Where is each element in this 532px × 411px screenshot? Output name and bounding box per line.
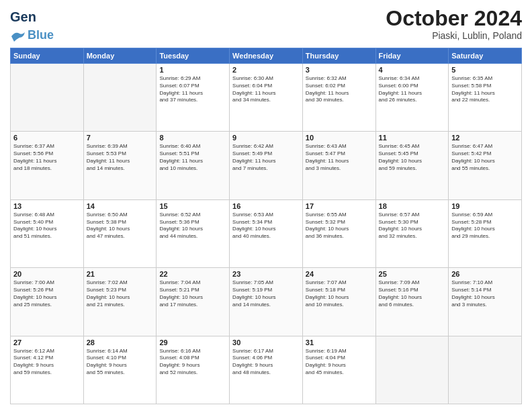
calendar-cell: 30Sunrise: 6:17 AM Sunset: 4:06 PM Dayli… — [230, 336, 303, 404]
day-detail: Sunrise: 6:19 AM Sunset: 4:04 PM Dayligh… — [306, 348, 373, 377]
calendar-cell: 6Sunrise: 6:37 AM Sunset: 5:56 PM Daylig… — [11, 132, 84, 199]
day-number: 8 — [159, 134, 226, 142]
day-detail: Sunrise: 6:30 AM Sunset: 6:04 PM Dayligh… — [232, 75, 300, 104]
calendar-cell: 4Sunrise: 6:34 AM Sunset: 6:00 PM Daylig… — [375, 64, 449, 132]
calendar-cell — [11, 64, 84, 132]
calendar-cell: 21Sunrise: 7:02 AM Sunset: 5:23 PM Dayli… — [83, 268, 157, 336]
calendar-cell: 18Sunrise: 6:57 AM Sunset: 5:30 PM Dayli… — [375, 199, 449, 267]
calendar-cell: 31Sunrise: 6:19 AM Sunset: 4:04 PM Dayli… — [302, 336, 375, 404]
day-detail: Sunrise: 6:35 AM Sunset: 5:58 PM Dayligh… — [451, 75, 519, 104]
calendar-cell: 2Sunrise: 6:30 AM Sunset: 6:04 PM Daylig… — [230, 64, 303, 132]
day-number: 13 — [13, 202, 81, 210]
day-number: 18 — [379, 202, 446, 210]
day-detail: Sunrise: 6:34 AM Sunset: 6:00 PM Dayligh… — [379, 75, 446, 104]
calendar-cell: 1Sunrise: 6:29 AM Sunset: 6:07 PM Daylig… — [157, 64, 230, 132]
day-number: 21 — [87, 270, 154, 278]
calendar-week-row: 6Sunrise: 6:37 AM Sunset: 5:56 PM Daylig… — [11, 132, 522, 199]
day-number: 9 — [232, 134, 300, 142]
calendar-cell: 22Sunrise: 7:04 AM Sunset: 5:21 PM Dayli… — [157, 268, 230, 336]
calendar-cell: 14Sunrise: 6:50 AM Sunset: 5:38 PM Dayli… — [83, 199, 157, 267]
day-detail: Sunrise: 6:40 AM Sunset: 5:51 PM Dayligh… — [159, 143, 226, 172]
day-detail: Sunrise: 6:39 AM Sunset: 5:53 PM Dayligh… — [87, 143, 154, 172]
day-detail: Sunrise: 6:53 AM Sunset: 5:34 PM Dayligh… — [232, 212, 300, 240]
calendar-cell: 26Sunrise: 7:10 AM Sunset: 5:14 PM Dayli… — [449, 268, 522, 336]
month-title: October 2024 — [386, 7, 522, 30]
calendar-cell: 10Sunrise: 6:43 AM Sunset: 5:47 PM Dayli… — [302, 132, 375, 199]
calendar-cell: 8Sunrise: 6:40 AM Sunset: 5:51 PM Daylig… — [157, 132, 230, 199]
day-number: 22 — [159, 270, 226, 278]
calendar-week-row: 1Sunrise: 6:29 AM Sunset: 6:07 PM Daylig… — [11, 64, 522, 132]
day-number: 14 — [87, 202, 154, 210]
weekday-header: Friday — [375, 48, 449, 64]
day-detail: Sunrise: 6:57 AM Sunset: 5:30 PM Dayligh… — [379, 212, 446, 240]
logo-icon: General — [10, 7, 36, 28]
calendar-cell: 23Sunrise: 7:05 AM Sunset: 5:19 PM Dayli… — [230, 268, 303, 336]
month-info: October 2024 Piaski, Lublin, Poland — [386, 7, 522, 41]
day-detail: Sunrise: 7:00 AM Sunset: 5:26 PM Dayligh… — [13, 279, 81, 308]
calendar-week-row: 20Sunrise: 7:00 AM Sunset: 5:26 PM Dayli… — [11, 268, 522, 336]
calendar-table: SundayMondayTuesdayWednesdayThursdayFrid… — [10, 48, 522, 404]
day-number: 2 — [232, 66, 300, 74]
calendar-cell: 7Sunrise: 6:39 AM Sunset: 5:53 PM Daylig… — [83, 132, 157, 199]
calendar-cell: 19Sunrise: 6:59 AM Sunset: 5:28 PM Dayli… — [449, 199, 522, 267]
day-detail: Sunrise: 6:42 AM Sunset: 5:49 PM Dayligh… — [232, 143, 300, 172]
day-number: 19 — [451, 202, 519, 210]
calendar-cell: 20Sunrise: 7:00 AM Sunset: 5:26 PM Dayli… — [11, 268, 84, 336]
day-number: 30 — [232, 338, 300, 347]
day-detail: Sunrise: 6:43 AM Sunset: 5:47 PM Dayligh… — [306, 143, 373, 172]
day-number: 4 — [379, 66, 446, 74]
day-number: 3 — [306, 66, 373, 74]
day-detail: Sunrise: 7:07 AM Sunset: 5:18 PM Dayligh… — [306, 279, 373, 308]
day-detail: Sunrise: 6:45 AM Sunset: 5:45 PM Dayligh… — [379, 143, 446, 172]
location: Piaski, Lublin, Poland — [386, 30, 522, 41]
day-detail: Sunrise: 6:29 AM Sunset: 6:07 PM Dayligh… — [159, 75, 226, 104]
day-number: 27 — [13, 338, 81, 347]
day-detail: Sunrise: 7:09 AM Sunset: 5:16 PM Dayligh… — [379, 279, 446, 308]
weekday-header: Wednesday — [230, 48, 303, 64]
day-number: 17 — [306, 202, 373, 210]
calendar-cell: 27Sunrise: 6:12 AM Sunset: 4:12 PM Dayli… — [11, 336, 84, 404]
calendar-cell: 9Sunrise: 6:42 AM Sunset: 5:49 PM Daylig… — [230, 132, 303, 199]
logo-blue-text: Blue — [28, 28, 54, 42]
calendar-cell: 29Sunrise: 6:16 AM Sunset: 4:08 PM Dayli… — [157, 336, 230, 404]
logo: General Blue — [10, 7, 54, 42]
day-number: 1 — [159, 66, 226, 74]
day-detail: Sunrise: 6:59 AM Sunset: 5:28 PM Dayligh… — [451, 212, 519, 240]
day-detail: Sunrise: 6:12 AM Sunset: 4:12 PM Dayligh… — [13, 348, 81, 377]
day-number: 5 — [451, 66, 519, 74]
day-detail: Sunrise: 6:47 AM Sunset: 5:42 PM Dayligh… — [451, 143, 519, 172]
day-number: 23 — [232, 270, 300, 278]
day-detail: Sunrise: 6:48 AM Sunset: 5:40 PM Dayligh… — [13, 212, 81, 240]
day-number: 24 — [306, 270, 373, 278]
weekday-header: Thursday — [302, 48, 375, 64]
day-number: 11 — [379, 134, 446, 142]
day-number: 10 — [306, 134, 373, 142]
calendar-cell: 17Sunrise: 6:55 AM Sunset: 5:32 PM Dayli… — [302, 199, 375, 267]
weekday-header: Sunday — [11, 48, 84, 64]
calendar-cell: 5Sunrise: 6:35 AM Sunset: 5:58 PM Daylig… — [449, 64, 522, 132]
day-number: 7 — [87, 134, 154, 142]
day-detail: Sunrise: 6:37 AM Sunset: 5:56 PM Dayligh… — [13, 143, 81, 172]
calendar-cell — [375, 336, 449, 404]
calendar-cell: 13Sunrise: 6:48 AM Sunset: 5:40 PM Dayli… — [11, 199, 84, 267]
calendar-cell: 28Sunrise: 6:14 AM Sunset: 4:10 PM Dayli… — [83, 336, 157, 404]
calendar-cell — [449, 336, 522, 404]
calendar-cell — [83, 64, 157, 132]
day-detail: Sunrise: 7:10 AM Sunset: 5:14 PM Dayligh… — [451, 279, 519, 308]
day-detail: Sunrise: 6:14 AM Sunset: 4:10 PM Dayligh… — [87, 348, 154, 377]
page-header: General Blue October 2024 Piaski, Lublin… — [10, 7, 522, 42]
weekday-header: Saturday — [449, 48, 522, 64]
calendar-cell: 3Sunrise: 6:32 AM Sunset: 6:02 PM Daylig… — [302, 64, 375, 132]
day-detail: Sunrise: 6:50 AM Sunset: 5:38 PM Dayligh… — [87, 212, 154, 240]
weekday-header: Monday — [83, 48, 157, 64]
weekday-header: Tuesday — [157, 48, 230, 64]
day-number: 6 — [13, 134, 81, 142]
calendar-week-row: 13Sunrise: 6:48 AM Sunset: 5:40 PM Dayli… — [11, 199, 522, 267]
day-detail: Sunrise: 7:05 AM Sunset: 5:19 PM Dayligh… — [232, 279, 300, 308]
day-detail: Sunrise: 6:16 AM Sunset: 4:08 PM Dayligh… — [159, 348, 226, 377]
calendar-week-row: 27Sunrise: 6:12 AM Sunset: 4:12 PM Dayli… — [11, 336, 522, 404]
calendar-cell: 11Sunrise: 6:45 AM Sunset: 5:45 PM Dayli… — [375, 132, 449, 199]
day-number: 12 — [451, 134, 519, 142]
calendar-cell: 25Sunrise: 7:09 AM Sunset: 5:16 PM Dayli… — [375, 268, 449, 336]
day-detail: Sunrise: 7:02 AM Sunset: 5:23 PM Dayligh… — [87, 279, 154, 308]
